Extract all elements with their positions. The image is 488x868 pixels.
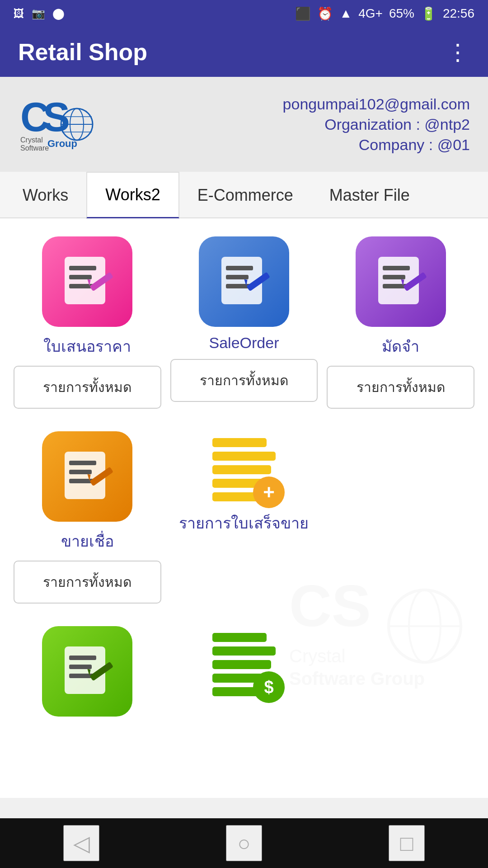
cast-icon: ⬛ bbox=[295, 6, 311, 21]
coins-dollar-item: $ bbox=[170, 626, 318, 717]
items-row-1: ใบเสนอราคา รายการทั้งหมด SaleOrder รายกา… bbox=[14, 236, 474, 409]
svg-rect-24 bbox=[226, 275, 249, 279]
coins-dollar-icon[interactable]: $ bbox=[208, 626, 280, 698]
invoice-list-label: รายการใบเสร็จขาย bbox=[179, 511, 309, 535]
svg-rect-42 bbox=[69, 665, 92, 669]
tab-masterfile[interactable]: Master File bbox=[311, 173, 428, 217]
svg-rect-35 bbox=[69, 461, 96, 465]
app-title: Retail Shop bbox=[18, 38, 147, 66]
green-doc-item bbox=[14, 626, 161, 717]
user-company: Company : @01 bbox=[113, 136, 470, 154]
sale-credit-icon-wrapper[interactable] bbox=[42, 431, 132, 522]
camera-icon: 📷 bbox=[32, 7, 45, 20]
invoice-list-item: + รายการใบเสร็จขาย bbox=[170, 431, 318, 604]
green-doc-icon-wrapper[interactable] bbox=[42, 626, 132, 717]
madja-item: มัดจำ รายการทั้งหมด bbox=[327, 236, 474, 409]
user-email: pongumpai102@gmail.com bbox=[113, 95, 470, 113]
back-button[interactable]: ◁ bbox=[63, 825, 99, 861]
sale-credit-label: ขายเชื่อ bbox=[61, 529, 114, 553]
sale-credit-all-btn[interactable]: รายการทั้งหมด bbox=[14, 561, 161, 604]
saleorder-all-btn[interactable]: รายการทั้งหมด bbox=[170, 359, 318, 402]
svg-rect-23 bbox=[226, 266, 253, 270]
circle-icon: ⬤ bbox=[52, 7, 65, 20]
gallery-icon: 🖼 bbox=[14, 7, 24, 20]
saleorder-icon-wrapper[interactable] bbox=[199, 236, 289, 327]
quotation-icon-wrapper[interactable] bbox=[42, 236, 132, 327]
tabs-bar: Works Works2 E-Commerce Master File bbox=[0, 172, 488, 218]
dollar-badge: $ bbox=[253, 671, 285, 703]
svg-rect-29 bbox=[383, 266, 410, 270]
bottom-nav: ◁ ○ □ bbox=[0, 818, 488, 868]
user-info-section: C S Crystal Software Group pongumpai102@… bbox=[0, 77, 488, 172]
app-bar: Retail Shop ⋮ bbox=[0, 27, 488, 77]
quotation-all-btn[interactable]: รายการทั้งหมด bbox=[14, 366, 161, 409]
battery-icon: 🔋 bbox=[421, 6, 436, 21]
madja-icon-wrapper[interactable] bbox=[356, 236, 446, 327]
row3-empty-col bbox=[327, 626, 474, 717]
svg-text:S: S bbox=[43, 94, 70, 140]
saleorder-item: SaleOrder รายการทั้งหมด bbox=[170, 236, 318, 409]
madja-label: มัดจำ bbox=[382, 334, 419, 359]
user-organization: Organization : @ntp2 bbox=[113, 116, 470, 133]
cs-logo: C S Crystal Software Group bbox=[18, 90, 95, 158]
items-row-3: $ bbox=[14, 626, 474, 717]
status-icons-left: 🖼 📷 ⬤ bbox=[14, 7, 65, 20]
recent-apps-button[interactable]: □ bbox=[389, 825, 425, 861]
home-button[interactable]: ○ bbox=[226, 825, 262, 861]
status-icons-right: ⬛ ⏰ ▲ 4G+ 65% 🔋 22:56 bbox=[295, 6, 474, 21]
plus-badge: + bbox=[253, 476, 285, 508]
quotation-label: ใบเสนอราคา bbox=[43, 334, 131, 359]
wifi-icon: ▲ bbox=[339, 6, 352, 21]
signal-text: 4G+ bbox=[358, 6, 383, 21]
status-bar: 🖼 📷 ⬤ ⬛ ⏰ ▲ 4G+ 65% 🔋 22:56 bbox=[0, 0, 488, 27]
svg-text:Software: Software bbox=[20, 144, 49, 152]
quotation-item: ใบเสนอราคา รายการทั้งหมด bbox=[14, 236, 161, 409]
tab-ecommerce[interactable]: E-Commerce bbox=[179, 173, 311, 217]
row2-empty-col bbox=[327, 431, 474, 604]
battery-text: 65% bbox=[389, 6, 414, 21]
user-details: pongumpai102@gmail.com Organization : @n… bbox=[113, 95, 470, 154]
overflow-menu-button[interactable]: ⋮ bbox=[446, 39, 470, 65]
svg-rect-17 bbox=[69, 266, 96, 270]
tab-works2[interactable]: Works2 bbox=[86, 172, 179, 218]
sale-credit-item: ขายเชื่อ รายการทั้งหมด bbox=[14, 431, 161, 604]
svg-rect-18 bbox=[69, 275, 92, 279]
alarm-icon: ⏰ bbox=[317, 6, 333, 21]
svg-rect-36 bbox=[69, 470, 92, 474]
svg-rect-30 bbox=[383, 275, 405, 279]
items-row-2: ขายเชื่อ รายการทั้งหมด + รายการใบเสร็จขา… bbox=[14, 431, 474, 604]
saleorder-label: SaleOrder bbox=[209, 334, 279, 352]
svg-rect-41 bbox=[69, 656, 96, 660]
invoice-list-icon[interactable]: + bbox=[208, 431, 280, 504]
time-display: 22:56 bbox=[443, 6, 474, 21]
svg-text:Crystal: Crystal bbox=[20, 136, 43, 144]
tab-works[interactable]: Works bbox=[5, 173, 86, 217]
madja-all-btn[interactable]: รายการทั้งหมด bbox=[327, 366, 474, 409]
main-content: CS Crystal Software Group ใบเสนอราคา bbox=[0, 218, 488, 798]
